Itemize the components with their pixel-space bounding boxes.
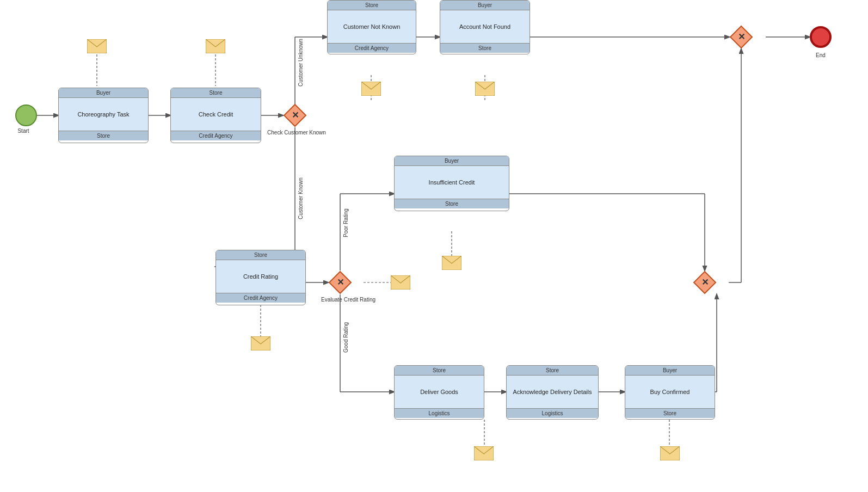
customer-known-label: Customer Known — [298, 169, 309, 229]
credit-rating-mid: Credit Rating — [216, 260, 305, 293]
svg-text:✕: ✕ — [738, 32, 745, 41]
customer-not-known-box[interactable]: Store Customer Not Known Credit Agency — [327, 0, 416, 54]
envelope-insufficient-credit — [442, 256, 461, 270]
gateway-evaluate-credit-label: Evaluate Credit Rating — [305, 297, 392, 303]
envelope-check-credit — [206, 39, 225, 53]
envelope-credit-rating — [251, 336, 270, 350]
acknowledge-delivery-bot: Logistics — [507, 408, 598, 418]
acknowledge-delivery-mid: Acknowledge Delivery Details — [507, 376, 598, 408]
envelope-account-not-found — [475, 82, 495, 96]
choreo-task-bot: Store — [59, 131, 148, 140]
customer-not-known-mid: Customer Not Known — [328, 10, 416, 43]
buy-confirmed-top: Buyer — [625, 366, 715, 376]
account-not-found-bot: Store — [440, 43, 530, 53]
gateway-check-customer[interactable]: ✕ — [283, 103, 307, 127]
credit-rating-top: Store — [216, 250, 305, 260]
customer-not-known-top: Store — [328, 1, 416, 10]
choreo-task-top: Buyer — [59, 88, 148, 98]
gateway-top-right[interactable]: ✕ — [729, 25, 753, 49]
envelope-deliver-goods-bottom — [474, 446, 494, 460]
choreography-task-box[interactable]: Buyer Choreography Task Store — [58, 88, 149, 143]
acknowledge-delivery-box[interactable]: Store Acknowledge Delivery Details Logis… — [506, 365, 599, 420]
choreo-task-mid: Choreography Task — [59, 98, 148, 131]
svg-text:✕: ✕ — [292, 110, 299, 120]
poor-rating-label: Poor Rating — [343, 196, 354, 250]
credit-rating-box[interactable]: Store Credit Rating Credit Agency — [216, 250, 306, 305]
acknowledge-delivery-top: Store — [507, 366, 598, 376]
buy-confirmed-box[interactable]: Buyer Buy Confirmed Store — [625, 365, 715, 420]
insufficient-credit-box[interactable]: Buyer Insufficient Credit Store — [394, 156, 509, 211]
check-credit-mid: Check Credit — [171, 98, 261, 131]
credit-rating-bot: Credit Agency — [216, 293, 305, 303]
gateway-check-customer-label: Check Customer Known — [261, 130, 332, 136]
deliver-goods-top: Store — [395, 366, 484, 376]
insufficient-credit-bot: Store — [395, 199, 509, 208]
insufficient-credit-mid: Insufficient Credit — [395, 166, 509, 199]
good-rating-label: Good Rating — [343, 310, 354, 365]
deliver-goods-mid: Deliver Goods — [395, 376, 484, 408]
envelope-gateway2-right — [391, 275, 410, 290]
svg-text:✕: ✕ — [701, 278, 709, 287]
buy-confirmed-mid: Buy Confirmed — [625, 376, 715, 408]
envelope-choreo-task — [87, 39, 107, 53]
customer-not-known-bot: Credit Agency — [328, 43, 416, 53]
insufficient-credit-top: Buyer — [395, 156, 509, 166]
envelope-buy-confirmed-bottom — [660, 446, 680, 460]
start-event — [15, 104, 37, 126]
start-label: Start — [10, 128, 37, 134]
svg-text:✕: ✕ — [337, 278, 344, 287]
buy-confirmed-bot: Store — [625, 408, 715, 418]
deliver-goods-box[interactable]: Store Deliver Goods Logistics — [394, 365, 484, 420]
customer-unknown-label: Customer Unknown — [298, 27, 309, 98]
check-credit-box[interactable]: Store Check Credit Credit Agency — [170, 88, 261, 143]
envelope-customer-not-known — [361, 82, 381, 96]
diagram: Start Buyer Choreography Task Store Stor… — [0, 0, 868, 492]
check-credit-top: Store — [171, 88, 261, 98]
check-credit-bot: Credit Agency — [171, 131, 261, 140]
end-label: End — [804, 52, 837, 58]
account-not-found-mid: Account Not Found — [440, 10, 530, 43]
account-not-found-top: Buyer — [440, 1, 530, 10]
gateway-evaluate-credit[interactable]: ✕ — [328, 270, 352, 294]
account-not-found-box[interactable]: Buyer Account Not Found Store — [440, 0, 530, 54]
gateway-right-merge[interactable]: ✕ — [693, 270, 717, 294]
deliver-goods-bot: Logistics — [395, 408, 484, 418]
end-event — [810, 26, 832, 48]
